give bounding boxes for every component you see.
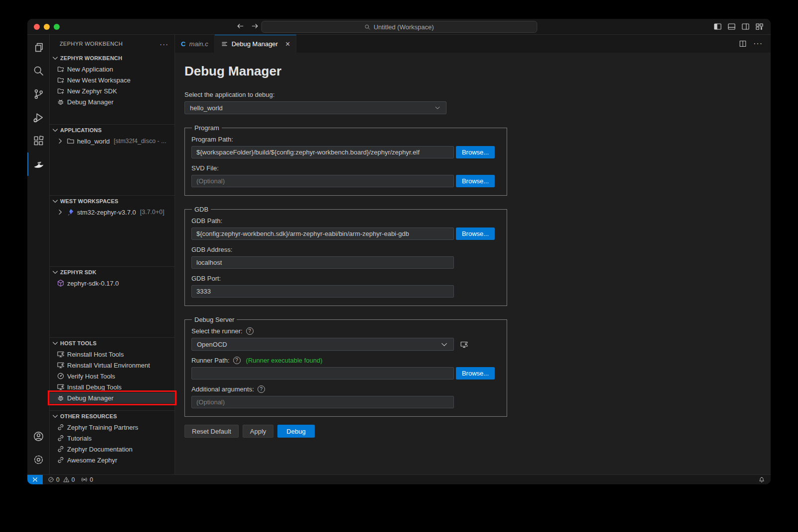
application-select-value: hello_world	[190, 104, 223, 112]
activity-manage[interactable]	[27, 448, 49, 471]
program-path-input[interactable]	[191, 146, 454, 158]
gdb-address-input[interactable]	[191, 256, 454, 269]
toggle-primary-sidebar-icon[interactable]	[713, 22, 722, 31]
gdb-port-input[interactable]	[191, 285, 454, 298]
sidebar-item-zephyr-documentation[interactable]: Zephyr Documentation	[50, 444, 175, 455]
sidebar-item-hello-world[interactable]: hello_world[stm32f4_disco - ...	[50, 136, 175, 147]
activity-run-and-debug[interactable]	[27, 106, 49, 129]
section-header-applications[interactable]: APPLICATIONS	[50, 125, 175, 136]
sidebar-item-install-debug-tools[interactable]: Install Debug Tools	[50, 381, 175, 392]
gdb-legend: GDB	[192, 206, 211, 213]
runner-select-label: Select the runner:	[191, 327, 243, 335]
debug-server-fieldset: Debug Server Select the runner: ? OpenOC…	[184, 316, 507, 417]
source-control-icon	[33, 88, 44, 100]
activity-extensions[interactable]	[27, 129, 49, 152]
zoom-window-button[interactable]	[54, 24, 60, 30]
sidebar-item-new-application[interactable]: New Application	[50, 64, 175, 75]
runner-select[interactable]: OpenOCD	[191, 338, 454, 351]
sidebar-item-stm32-zephyr-v3-7-0[interactable]: stm32-zephyr-v3.7.0[3.7.0+0]	[50, 207, 175, 218]
debug-button[interactable]: Debug	[277, 425, 314, 438]
sidebar-item-new-zephyr-sdk[interactable]: New Zephyr SDK	[50, 85, 175, 96]
item-label: hello_world	[77, 138, 110, 145]
sidebar-item-reinstall-virtual-environment[interactable]: Reinstall Virtual Environment	[50, 360, 175, 371]
split-editor-icon[interactable]	[739, 40, 747, 48]
problems-status[interactable]: 0 0	[48, 476, 76, 483]
section-header-west-workspaces[interactable]: WEST WORKSPACES	[50, 196, 175, 207]
desktop-download-icon	[57, 350, 65, 358]
runner-path-browse-button[interactable]: Browse...	[456, 367, 495, 380]
notifications-bell-icon[interactable]	[758, 476, 765, 483]
svd-file-input[interactable]	[191, 175, 454, 187]
chevron-down-icon	[440, 340, 448, 349]
tab-debug-manager[interactable]: Debug Manager×	[215, 35, 297, 53]
program-path-label: Program Path:	[191, 136, 500, 143]
close-window-button[interactable]	[34, 24, 40, 30]
svd-file-label: SVD File:	[191, 164, 500, 172]
command-center-label: Untitled (Workspace)	[373, 23, 434, 31]
section-header-other-resources[interactable]: OTHER RESOURCES	[50, 411, 175, 422]
section-header-zephyr-sdk[interactable]: ZEPHYR SDK	[50, 267, 175, 278]
ports-status[interactable]: 0	[81, 476, 94, 483]
desktop-download-icon	[57, 361, 65, 369]
help-icon[interactable]: ?	[246, 327, 254, 335]
error-count: 0	[56, 476, 60, 483]
runner-path-label: Runner Path:	[191, 357, 230, 364]
sidebar-item-debug-manager[interactable]: Debug Manager	[50, 96, 175, 107]
section-zephyr-workbench: ZEPHYR WORKBENCHNew ApplicationNew West …	[50, 53, 175, 107]
warning-icon	[63, 476, 70, 483]
remote-indicator[interactable]	[27, 475, 43, 484]
gdb-path-browse-button[interactable]: Browse...	[456, 228, 495, 240]
toggle-secondary-sidebar-icon[interactable]	[741, 22, 750, 31]
install-runner-icon[interactable]	[460, 340, 468, 349]
section-header-zephyr-workbench[interactable]: ZEPHYR WORKBENCH	[50, 53, 175, 64]
activity-zephyr-workbench[interactable]	[27, 152, 49, 176]
gdb-path-input[interactable]	[191, 228, 454, 240]
sidebar-item-new-west-workspace[interactable]: New West Workspace	[50, 75, 175, 85]
item-label: New Application	[67, 66, 113, 73]
application-select[interactable]: hello_world	[184, 101, 446, 114]
activity-accounts[interactable]	[27, 425, 49, 448]
apply-button[interactable]: Apply	[243, 425, 274, 438]
activity-search[interactable]	[27, 59, 49, 82]
package-icon	[57, 279, 65, 287]
link-icon	[57, 434, 65, 442]
section-label: OTHER RESOURCES	[60, 413, 117, 419]
sidebar-item-awesome-zephyr[interactable]: Awesome Zephyr	[50, 455, 175, 465]
sidebar-item-verify-host-tools[interactable]: Verify Host Tools	[50, 371, 175, 381]
sidebar-item-reinstall-host-tools[interactable]: Reinstall Host Tools	[50, 349, 175, 360]
sidebar-item-zephyr-training-partners[interactable]: Zephyr Training Partners	[50, 422, 175, 433]
customize-layout-icon[interactable]	[755, 22, 764, 31]
help-icon[interactable]: ?	[258, 385, 265, 393]
reset-default-button[interactable]: Reset Default	[184, 425, 239, 438]
gdb-fieldset: GDB GDB Path: Browse... GDB Address: GDB…	[184, 206, 507, 306]
minimize-window-button[interactable]	[44, 24, 50, 30]
command-center[interactable]: Untitled (Workspace)	[261, 21, 537, 33]
activity-explorer[interactable]	[27, 36, 49, 59]
additional-arguments-input[interactable]	[191, 396, 454, 408]
help-icon[interactable]: ?	[233, 357, 241, 364]
tab-main-c[interactable]: Cmain.c	[175, 35, 215, 53]
chevron-down-icon	[51, 412, 59, 420]
section-header-host-tools[interactable]: HOST TOOLS	[50, 338, 175, 349]
item-label: stm32-zephyr-v3.7.0	[77, 209, 136, 216]
chevron-right-icon	[56, 137, 64, 145]
item-label: Zephyr Documentation	[67, 446, 133, 453]
back-icon[interactable]	[236, 22, 245, 30]
link-icon	[57, 456, 65, 464]
verify-icon	[57, 372, 65, 380]
activity-source-control[interactable]	[27, 82, 49, 106]
sidebar-item-debug-manager[interactable]: Debug Manager	[50, 392, 175, 403]
svd-file-browse-button[interactable]: Browse...	[456, 175, 495, 187]
runner-path-input[interactable]	[191, 367, 454, 380]
toggle-panel-icon[interactable]	[727, 22, 736, 31]
program-path-browse-button[interactable]: Browse...	[456, 146, 495, 158]
sidebar-item-zephyr-sdk-0-17-0[interactable]: zephyr-sdk-0.17.0	[50, 278, 175, 289]
close-icon[interactable]: ×	[285, 40, 290, 48]
sidebar-item-tutorials[interactable]: Tutorials	[50, 433, 175, 444]
ports-count: 0	[89, 476, 93, 483]
sidebar-more-actions[interactable]: ···	[160, 40, 169, 48]
forward-icon[interactable]	[251, 22, 259, 30]
editor-more-actions[interactable]: ···	[753, 39, 763, 48]
section-label: ZEPHYR SDK	[60, 269, 96, 275]
additional-arguments-label: Additional arguments:	[191, 385, 254, 393]
